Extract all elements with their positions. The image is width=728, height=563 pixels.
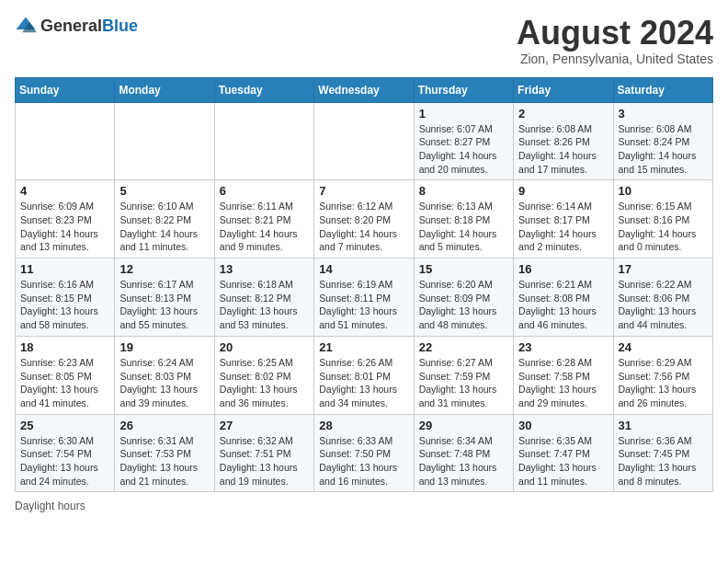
day-number: 20 bbox=[220, 340, 309, 354]
day-number: 2 bbox=[518, 107, 608, 121]
day-number: 29 bbox=[419, 419, 508, 432]
calendar-week-row: 4Sunrise: 6:09 AM Sunset: 8:23 PM Daylig… bbox=[16, 180, 713, 259]
calendar-cell bbox=[214, 102, 313, 180]
calendar-cell: 19Sunrise: 6:24 AM Sunset: 8:03 PM Dayli… bbox=[115, 336, 214, 414]
calendar-cell: 23Sunrise: 6:28 AM Sunset: 7:58 PM Dayli… bbox=[514, 336, 613, 414]
calendar-cell: 21Sunrise: 6:26 AM Sunset: 8:01 PM Dayli… bbox=[314, 336, 414, 414]
calendar-cell: 30Sunrise: 6:35 AM Sunset: 7:47 PM Dayli… bbox=[514, 414, 613, 492]
day-number: 23 bbox=[518, 340, 608, 354]
day-number: 30 bbox=[518, 419, 608, 432]
day-info: Sunrise: 6:24 AM Sunset: 8:03 PM Dayligh… bbox=[119, 356, 209, 410]
calendar-cell: 7Sunrise: 6:12 AM Sunset: 8:20 PM Daylig… bbox=[314, 180, 414, 259]
day-info: Sunrise: 6:20 AM Sunset: 8:09 PM Dayligh… bbox=[419, 278, 508, 332]
daylight-label: Daylight hours bbox=[15, 500, 85, 512]
calendar-cell: 15Sunrise: 6:20 AM Sunset: 8:09 PM Dayli… bbox=[414, 259, 513, 337]
day-info: Sunrise: 6:31 AM Sunset: 7:53 PM Dayligh… bbox=[119, 434, 209, 488]
weekday-header-sunday: Sunday bbox=[16, 77, 115, 102]
calendar-cell: 6Sunrise: 6:11 AM Sunset: 8:21 PM Daylig… bbox=[214, 180, 313, 259]
day-number: 12 bbox=[119, 262, 209, 276]
day-info: Sunrise: 6:26 AM Sunset: 8:01 PM Dayligh… bbox=[319, 356, 408, 410]
day-info: Sunrise: 6:21 AM Sunset: 8:08 PM Dayligh… bbox=[518, 278, 608, 332]
day-info: Sunrise: 6:28 AM Sunset: 7:58 PM Dayligh… bbox=[518, 356, 608, 410]
day-number: 1 bbox=[419, 107, 508, 121]
calendar-cell: 22Sunrise: 6:27 AM Sunset: 7:59 PM Dayli… bbox=[414, 336, 513, 414]
weekday-header-thursday: Thursday bbox=[414, 77, 513, 102]
day-info: Sunrise: 6:15 AM Sunset: 8:16 PM Dayligh… bbox=[619, 200, 708, 254]
calendar-cell: 31Sunrise: 6:36 AM Sunset: 7:45 PM Dayli… bbox=[613, 414, 712, 492]
day-number: 21 bbox=[319, 340, 408, 354]
day-info: Sunrise: 6:13 AM Sunset: 8:18 PM Dayligh… bbox=[419, 200, 508, 254]
day-info: Sunrise: 6:11 AM Sunset: 8:21 PM Dayligh… bbox=[220, 200, 309, 254]
calendar-cell: 13Sunrise: 6:18 AM Sunset: 8:12 PM Dayli… bbox=[214, 259, 313, 337]
calendar-cell: 18Sunrise: 6:23 AM Sunset: 8:05 PM Dayli… bbox=[16, 336, 115, 414]
day-info: Sunrise: 6:12 AM Sunset: 8:20 PM Dayligh… bbox=[319, 200, 408, 254]
calendar-cell: 28Sunrise: 6:33 AM Sunset: 7:50 PM Dayli… bbox=[314, 414, 414, 492]
day-info: Sunrise: 6:25 AM Sunset: 8:02 PM Dayligh… bbox=[220, 356, 309, 410]
calendar-cell: 16Sunrise: 6:21 AM Sunset: 8:08 PM Dayli… bbox=[514, 259, 613, 337]
header: GeneralBlue August 2024 Zion, Pennsylvan… bbox=[15, 15, 713, 66]
weekday-header-friday: Friday bbox=[514, 77, 613, 102]
calendar-cell: 29Sunrise: 6:34 AM Sunset: 7:48 PM Dayli… bbox=[414, 414, 513, 492]
calendar-cell: 10Sunrise: 6:15 AM Sunset: 8:16 PM Dayli… bbox=[613, 180, 712, 259]
day-number: 5 bbox=[119, 184, 209, 198]
calendar-cell: 8Sunrise: 6:13 AM Sunset: 8:18 PM Daylig… bbox=[414, 180, 513, 259]
day-number: 19 bbox=[119, 340, 209, 354]
calendar-cell: 11Sunrise: 6:16 AM Sunset: 8:15 PM Dayli… bbox=[16, 259, 115, 337]
calendar-header: SundayMondayTuesdayWednesdayThursdayFrid… bbox=[16, 77, 713, 102]
day-info: Sunrise: 6:33 AM Sunset: 7:50 PM Dayligh… bbox=[319, 434, 408, 488]
day-number: 27 bbox=[220, 419, 309, 432]
calendar-cell: 3Sunrise: 6:08 AM Sunset: 8:24 PM Daylig… bbox=[613, 102, 712, 180]
calendar-cell: 1Sunrise: 6:07 AM Sunset: 8:27 PM Daylig… bbox=[414, 102, 513, 180]
day-number: 31 bbox=[619, 419, 708, 432]
day-info: Sunrise: 6:08 AM Sunset: 8:26 PM Dayligh… bbox=[518, 122, 608, 177]
day-number: 9 bbox=[518, 184, 608, 198]
calendar-week-row: 25Sunrise: 6:30 AM Sunset: 7:54 PM Dayli… bbox=[16, 414, 713, 492]
day-number: 6 bbox=[220, 184, 309, 198]
footer: Daylight hours bbox=[15, 500, 713, 512]
day-info: Sunrise: 6:19 AM Sunset: 8:11 PM Dayligh… bbox=[319, 278, 408, 332]
calendar-week-row: 18Sunrise: 6:23 AM Sunset: 8:05 PM Dayli… bbox=[16, 336, 713, 414]
day-info: Sunrise: 6:17 AM Sunset: 8:13 PM Dayligh… bbox=[119, 278, 209, 332]
weekday-header-tuesday: Tuesday bbox=[214, 77, 313, 102]
day-number: 7 bbox=[319, 184, 408, 198]
calendar-cell: 2Sunrise: 6:08 AM Sunset: 8:26 PM Daylig… bbox=[514, 102, 613, 180]
calendar-cell: 17Sunrise: 6:22 AM Sunset: 8:06 PM Dayli… bbox=[613, 259, 712, 337]
calendar-cell bbox=[16, 102, 115, 180]
day-info: Sunrise: 6:27 AM Sunset: 7:59 PM Dayligh… bbox=[419, 356, 508, 410]
day-info: Sunrise: 6:30 AM Sunset: 7:54 PM Dayligh… bbox=[20, 434, 109, 488]
logo-icon bbox=[15, 15, 37, 37]
calendar-cell: 9Sunrise: 6:14 AM Sunset: 8:17 PM Daylig… bbox=[514, 180, 613, 259]
logo-general-text: General bbox=[40, 17, 102, 35]
weekday-header-wednesday: Wednesday bbox=[314, 77, 414, 102]
logo-blue-text: Blue bbox=[102, 17, 138, 35]
calendar-table: SundayMondayTuesdayWednesdayThursdayFrid… bbox=[15, 77, 713, 493]
day-number: 25 bbox=[20, 419, 109, 432]
day-number: 13 bbox=[220, 262, 309, 276]
day-number: 3 bbox=[619, 107, 708, 121]
calendar-cell: 24Sunrise: 6:29 AM Sunset: 7:56 PM Dayli… bbox=[613, 336, 712, 414]
calendar-cell: 5Sunrise: 6:10 AM Sunset: 8:22 PM Daylig… bbox=[115, 180, 214, 259]
day-info: Sunrise: 6:36 AM Sunset: 7:45 PM Dayligh… bbox=[619, 434, 708, 488]
day-number: 4 bbox=[20, 184, 109, 198]
page-title: August 2024 bbox=[517, 15, 713, 52]
day-info: Sunrise: 6:10 AM Sunset: 8:22 PM Dayligh… bbox=[119, 200, 209, 254]
calendar-cell: 25Sunrise: 6:30 AM Sunset: 7:54 PM Dayli… bbox=[16, 414, 115, 492]
day-info: Sunrise: 6:29 AM Sunset: 7:56 PM Dayligh… bbox=[619, 356, 708, 410]
day-number: 17 bbox=[619, 262, 708, 276]
day-info: Sunrise: 6:08 AM Sunset: 8:24 PM Dayligh… bbox=[619, 122, 708, 177]
calendar-cell bbox=[314, 102, 414, 180]
calendar-cell bbox=[115, 102, 214, 180]
day-info: Sunrise: 6:09 AM Sunset: 8:23 PM Dayligh… bbox=[20, 200, 109, 254]
day-info: Sunrise: 6:32 AM Sunset: 7:51 PM Dayligh… bbox=[220, 434, 309, 488]
day-info: Sunrise: 6:34 AM Sunset: 7:48 PM Dayligh… bbox=[419, 434, 508, 488]
day-info: Sunrise: 6:23 AM Sunset: 8:05 PM Dayligh… bbox=[20, 356, 109, 410]
calendar-body: 1Sunrise: 6:07 AM Sunset: 8:27 PM Daylig… bbox=[16, 102, 713, 492]
day-number: 22 bbox=[419, 340, 508, 354]
day-number: 28 bbox=[319, 419, 408, 432]
day-number: 11 bbox=[20, 262, 109, 276]
page-subtitle: Zion, Pennsylvania, United States bbox=[517, 52, 713, 66]
calendar-cell: 27Sunrise: 6:32 AM Sunset: 7:51 PM Dayli… bbox=[214, 414, 313, 492]
day-number: 8 bbox=[419, 184, 508, 198]
day-number: 26 bbox=[119, 419, 209, 432]
weekday-header-monday: Monday bbox=[115, 77, 214, 102]
